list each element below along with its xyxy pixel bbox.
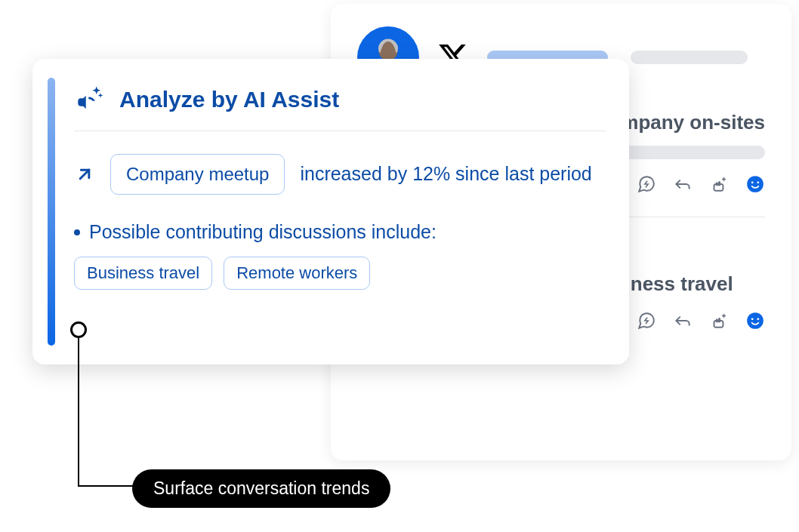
contributing-section: Possible contributing discussions includ… bbox=[74, 221, 606, 290]
svg-point-3 bbox=[751, 181, 754, 183]
svg-point-7 bbox=[757, 318, 759, 320]
ai-assist-icon bbox=[74, 84, 106, 115]
contributing-chips: Business travel Remote workers bbox=[74, 257, 606, 290]
svg-point-6 bbox=[751, 318, 754, 320]
reply-icon[interactable] bbox=[673, 311, 693, 331]
topic-chip-remote-workers[interactable]: Remote workers bbox=[224, 257, 370, 290]
sparkle-hand-icon[interactable] bbox=[709, 174, 729, 194]
topic-chip-business-travel[interactable]: Business travel bbox=[74, 257, 212, 290]
post-text-fragment: mpany on-sites bbox=[621, 111, 765, 134]
sparkle-hand-icon[interactable] bbox=[709, 311, 729, 331]
callout-line-vertical bbox=[78, 338, 79, 486]
callout-indicator-dot bbox=[70, 321, 87, 338]
svg-point-2 bbox=[747, 176, 764, 192]
svg-point-4 bbox=[757, 181, 759, 183]
accent-bar bbox=[48, 78, 55, 346]
ai-assist-card: Analyze by AI Assist Company meetup incr… bbox=[32, 59, 629, 364]
trend-description: increased by 12% since last period bbox=[300, 160, 591, 189]
topic-chip-main[interactable]: Company meetup bbox=[110, 154, 285, 195]
bullet-icon bbox=[74, 229, 80, 235]
reply-icon[interactable] bbox=[673, 174, 693, 194]
timestamp-placeholder bbox=[631, 51, 748, 64]
ai-title: Analyze by AI Assist bbox=[119, 87, 339, 112]
smile-icon[interactable] bbox=[745, 174, 765, 194]
contributing-label: Possible contributing discussions includ… bbox=[74, 221, 606, 243]
trend-row: Company meetup increased by 12% since la… bbox=[74, 154, 606, 195]
callout-line-horizontal bbox=[78, 485, 138, 487]
callout-label: Surface conversation trends bbox=[132, 469, 390, 508]
smile-icon[interactable] bbox=[745, 311, 765, 331]
bolt-comment-icon[interactable] bbox=[637, 174, 656, 194]
trend-up-icon bbox=[74, 164, 95, 185]
ai-content: Analyze by AI Assist Company meetup incr… bbox=[74, 78, 606, 346]
svg-point-5 bbox=[747, 312, 764, 329]
bolt-comment-icon[interactable] bbox=[637, 311, 656, 331]
ai-header: Analyze by AI Assist bbox=[74, 84, 606, 131]
